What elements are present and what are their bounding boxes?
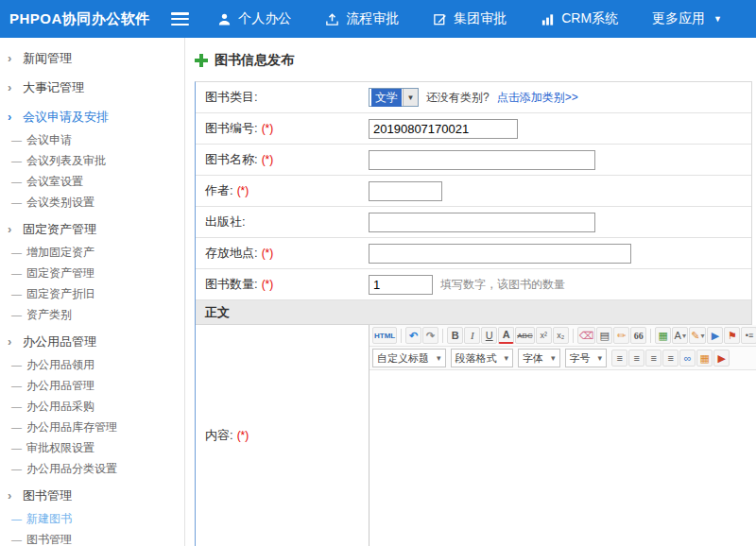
- sidebar-item-supplies-manage[interactable]: 办公用品管理: [0, 375, 184, 396]
- sidebar-item-label: 会议室设置: [26, 174, 83, 190]
- sidebar-item-book-manage[interactable]: 图书管理: [0, 529, 184, 546]
- paste-icon[interactable]: ▤: [596, 327, 612, 344]
- bullet-list-icon[interactable]: •≡: [741, 327, 756, 344]
- link-icon[interactable]: ∞: [679, 350, 696, 367]
- sidebar-item-label: 办公用品库存管理: [26, 419, 117, 435]
- paragraph-format-select[interactable]: 段落格式: [451, 349, 514, 367]
- align-left-icon[interactable]: ≡: [611, 350, 627, 367]
- field-label: 出版社:: [196, 213, 369, 230]
- font-color-menu-icon[interactable]: A: [672, 327, 688, 344]
- dropdown-arrow-icon[interactable]: ▼: [403, 89, 418, 106]
- undo-icon[interactable]: ↶: [405, 327, 421, 344]
- sidebar-item-supplies-category[interactable]: 办公用品分类设置: [0, 458, 184, 479]
- html-source-icon[interactable]: HTML: [372, 327, 397, 344]
- nav-group-approval[interactable]: 集团审批: [433, 10, 507, 27]
- sidebar-item-assets[interactable]: 固定资产管理: [0, 216, 184, 242]
- form-row-quantity: 图书数量:(*) 填写数字，该图书的数量: [196, 269, 751, 300]
- required-mark: (*): [262, 247, 274, 260]
- align-right-icon[interactable]: ≡: [645, 350, 662, 367]
- insert-image-icon[interactable]: ▦: [655, 327, 671, 344]
- media-icon[interactable]: ▶: [707, 327, 723, 344]
- font-color-icon[interactable]: A: [498, 327, 514, 344]
- sidebar-item-news[interactable]: 新闻管理: [0, 45, 184, 71]
- required-mark: (*): [262, 278, 274, 291]
- dash-icon: [11, 246, 26, 259]
- bold-icon[interactable]: B: [447, 327, 463, 344]
- upload-process-icon: [325, 12, 339, 26]
- book-name-input[interactable]: [369, 150, 595, 170]
- font-family-select[interactable]: 字体: [518, 349, 560, 367]
- superscript-icon[interactable]: x²: [536, 327, 552, 344]
- dash-icon: [11, 358, 26, 371]
- form-row-publisher: 出版社:: [196, 207, 751, 238]
- rich-text-editor: HTML ↶ ↷ B I U A ABC x² x₂ ⌫: [369, 325, 756, 546]
- sidebar-item-book-new[interactable]: 新建图书: [0, 508, 184, 529]
- sidebar-item-label: 资产类别: [26, 307, 72, 323]
- category-select[interactable]: 文学 ▼: [369, 88, 419, 107]
- form-row-location: 存放地点:(*): [196, 238, 751, 269]
- nav-crm-system[interactable]: CRM系统: [541, 10, 618, 27]
- nav-more-apps[interactable]: 更多应用 ▼: [652, 10, 722, 27]
- sidebar-item-asset-category[interactable]: 资产类别: [0, 304, 184, 325]
- sidebar-item-asset-add[interactable]: 增加固定资产: [0, 242, 184, 263]
- align-center-icon[interactable]: ≡: [628, 350, 644, 367]
- format-brush-icon[interactable]: ✏: [613, 327, 629, 344]
- add-category-link[interactable]: 点击添加类别>>: [497, 90, 578, 106]
- form-row-number: 图书编号:(*): [196, 113, 751, 145]
- dash-icon: [11, 175, 26, 188]
- editor-toolbar-row2: 自定义标题 段落格式 字体 字号 ≡ ≡ ≡ ≡ ∞ ▦ ▶: [369, 347, 756, 370]
- sidebar-item-meeting-apply[interactable]: 会议申请: [0, 129, 184, 150]
- top-header: PHPOA协同办公软件 个人办公 流程审批 集团审批 CRM系统 更多应用 ▼: [0, 0, 756, 38]
- italic-icon[interactable]: I: [464, 327, 480, 344]
- nav-label: 流程审批: [346, 10, 399, 27]
- sidebar-item-approval-permission[interactable]: 审批权限设置: [0, 437, 184, 458]
- dash-icon: [11, 266, 26, 280]
- flag-icon[interactable]: ⚑: [724, 327, 740, 344]
- sidebar-item-meeting-room[interactable]: 会议室设置: [0, 171, 184, 192]
- sidebar-item-label: 会议申请及安排: [23, 109, 109, 126]
- picture-icon[interactable]: ▦: [696, 350, 713, 367]
- nav-process-approval[interactable]: 流程审批: [325, 10, 399, 27]
- sidebar-item-asset-depreciation[interactable]: 固定资产折旧: [0, 283, 184, 304]
- sidebar-item-supplies[interactable]: 办公用品管理: [0, 329, 184, 354]
- redo-icon[interactable]: ↷: [422, 327, 438, 344]
- font-size-select[interactable]: 字号: [565, 349, 608, 367]
- editor-toolbar-row1: HTML ↶ ↷ B I U A ABC x² x₂ ⌫: [369, 325, 756, 347]
- quantity-input[interactable]: [369, 275, 433, 295]
- editor-content-area[interactable]: [369, 370, 756, 546]
- dash-icon: [11, 400, 26, 413]
- align-justify-icon[interactable]: ≡: [662, 350, 679, 367]
- nav-personal-office[interactable]: 个人办公: [217, 10, 291, 27]
- subscript-icon[interactable]: x₂: [553, 327, 569, 344]
- sidebar-item-label: 审批权限设置: [26, 440, 94, 456]
- sidebar-item-meeting-list[interactable]: 会议列表及审批: [0, 150, 184, 171]
- highlight-menu-icon[interactable]: ✎: [689, 327, 706, 344]
- sidebar-item-supplies-stock[interactable]: 办公用品库存管理: [0, 417, 184, 437]
- custom-title-select[interactable]: 自定义标题: [372, 349, 446, 367]
- sidebar-item-asset-manage[interactable]: 固定资产管理: [0, 263, 184, 283]
- sidebar-item-meeting-category[interactable]: 会议类别设置: [0, 192, 184, 213]
- video-icon[interactable]: ▶: [713, 350, 730, 367]
- field-label: 图书类目:: [196, 89, 369, 106]
- publisher-input[interactable]: [369, 213, 595, 232]
- dash-icon: [11, 133, 26, 146]
- sidebar-item-memorabilia[interactable]: 大事记管理: [0, 75, 184, 100]
- sidebar-item-supplies-purchase[interactable]: 办公用品采购: [0, 396, 184, 417]
- chevron-right-icon: [8, 51, 23, 65]
- blockquote-icon[interactable]: 66: [630, 327, 646, 344]
- eraser-icon[interactable]: ⌫: [577, 327, 596, 344]
- sidebar: 新闻管理 大事记管理 会议申请及安排 会议申请 会议列表及审批 会议室设置 会议…: [0, 38, 185, 546]
- sidebar-item-label: 办公用品领用: [26, 357, 94, 373]
- sidebar-item-books[interactable]: 图书管理: [0, 483, 184, 508]
- sidebar-item-meeting[interactable]: 会议申请及安排: [0, 104, 184, 129]
- sidebar-item-label: 办公用品管理: [26, 378, 94, 394]
- author-input[interactable]: [369, 181, 442, 201]
- chevron-down-icon: ▼: [713, 14, 722, 24]
- dash-icon: [11, 308, 26, 321]
- location-input[interactable]: [369, 244, 631, 264]
- strikethrough-icon[interactable]: ABC: [515, 327, 534, 344]
- underline-icon[interactable]: U: [481, 327, 497, 344]
- book-number-input[interactable]: [369, 119, 518, 139]
- hamburger-menu-icon[interactable]: [171, 12, 189, 26]
- sidebar-item-supplies-use[interactable]: 办公用品领用: [0, 354, 184, 375]
